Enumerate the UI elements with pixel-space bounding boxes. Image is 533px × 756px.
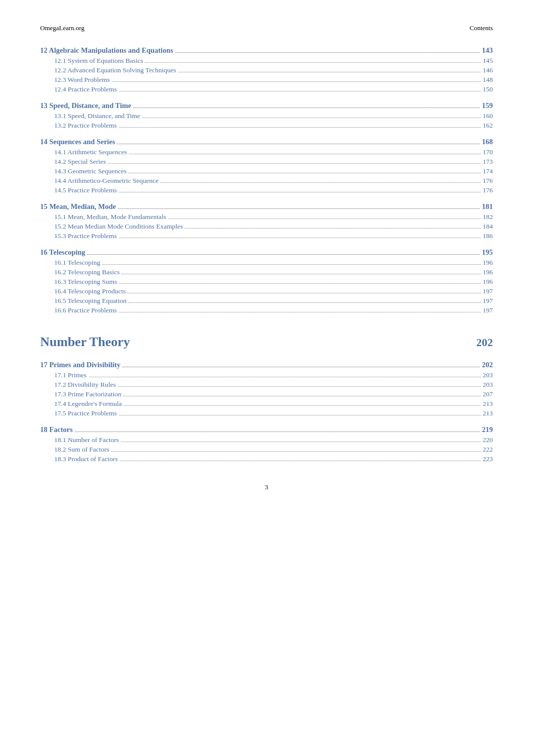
dots xyxy=(102,264,481,265)
dots xyxy=(119,415,481,415)
toc-chapters-section: 12 Algebraic Manipulations and Equations… xyxy=(40,46,493,314)
chapter-page-ch17: 202 xyxy=(482,361,493,369)
section-title: 17.2 Divisibility Rules xyxy=(54,381,116,389)
dots xyxy=(117,144,480,144)
dots xyxy=(178,72,481,72)
section-row-ch12-0[interactable]: 12.1 System of Equations Basics145 xyxy=(40,57,493,65)
dots xyxy=(89,377,481,377)
section-title: 17.1 Primes xyxy=(54,371,87,379)
dots xyxy=(112,81,481,82)
section-row-ch17-3[interactable]: 17.4 Legendre's Formula213 xyxy=(40,400,493,408)
dots xyxy=(119,127,481,128)
section-title: 14.2 Special Series xyxy=(54,158,106,166)
section-row-ch18-0[interactable]: 18.1 Number of Factors220 xyxy=(40,436,493,444)
section-page: 170 xyxy=(483,148,493,156)
section-page: 145 xyxy=(483,57,493,65)
section-row-ch14-4[interactable]: 14.5 Practice Problems176 xyxy=(40,186,493,194)
section-row-ch16-3[interactable]: 16.4 Telescoping Products197 xyxy=(40,287,493,295)
section-title: 16.1 Telescoping xyxy=(54,259,100,267)
section-row-ch13-1[interactable]: 13.2 Practice Problems162 xyxy=(40,122,493,130)
section-title: 17.3 Prime Factorization xyxy=(54,390,121,398)
section-title: 14.4 Arithmetico-Geometric Sequence xyxy=(54,177,159,185)
section-row-ch14-2[interactable]: 14.3 Geometric Sequences174 xyxy=(40,167,493,175)
chapter-row-ch12[interactable]: 12 Algebraic Manipulations and Equations… xyxy=(40,46,493,55)
section-row-ch16-1[interactable]: 16.2 Telescoping Basics196 xyxy=(40,268,493,276)
section-row-ch16-0[interactable]: 16.1 Telescoping196 xyxy=(40,259,493,267)
dots xyxy=(118,208,480,209)
section-page: 176 xyxy=(483,177,493,185)
section-row-ch17-4[interactable]: 17.5 Practice Problems213 xyxy=(40,409,493,417)
section-row-ch16-5[interactable]: 16.6 Practice Problems197 xyxy=(40,306,493,314)
chapter-row-ch13[interactable]: 13 Speed, Distance, and Time159 xyxy=(40,101,493,110)
section-row-ch12-2[interactable]: 12.3 Word Problems148 xyxy=(40,76,493,84)
chapter-title-ch15: 15 Mean, Median, Mode xyxy=(40,202,116,211)
chapter-row-ch16[interactable]: 16 Telescoping195 xyxy=(40,248,493,257)
dots xyxy=(124,405,481,406)
section-row-ch18-1[interactable]: 18.2 Sum of Factors222 xyxy=(40,446,493,454)
dots xyxy=(134,107,480,108)
section-page: 186 xyxy=(483,232,493,240)
dots xyxy=(120,461,481,461)
section-title: 14.3 Geometric Sequences xyxy=(54,167,126,175)
section-page: 207 xyxy=(483,390,493,398)
section-row-ch12-1[interactable]: 12.2 Advanced Equation Solving Technique… xyxy=(40,66,493,74)
dots xyxy=(129,154,481,154)
dots xyxy=(119,312,481,312)
dots xyxy=(123,396,481,396)
section-page: 197 xyxy=(483,306,493,314)
section-row-ch12-3[interactable]: 12.4 Practice Problems150 xyxy=(40,85,493,93)
part-page: 202 xyxy=(476,336,493,349)
section-page: 196 xyxy=(483,268,493,276)
section-title: 16.6 Practice Problems xyxy=(54,306,117,314)
section-page: 146 xyxy=(483,66,493,74)
section-row-ch16-4[interactable]: 16.5 Telescoping Equation197 xyxy=(40,297,493,305)
chapter-title-ch18: 18 Factors xyxy=(40,425,73,434)
section-row-ch13-0[interactable]: 13.1 Speed, Distance, and Time160 xyxy=(40,112,493,120)
chapter-title-ch17: 17 Primes and Divisibility xyxy=(40,361,120,369)
section-page: 196 xyxy=(483,278,493,286)
dots xyxy=(122,367,480,367)
section-title: 15.1 Mean, Median, Mode Fundamentals xyxy=(54,213,166,221)
section-page: 196 xyxy=(483,259,493,267)
section-row-ch15-2[interactable]: 15.3 Practice Problems186 xyxy=(40,232,493,240)
chapter-row-ch17[interactable]: 17 Primes and Divisibility202 xyxy=(40,361,493,369)
section-title: 12.2 Advanced Equation Solving Technique… xyxy=(54,66,176,74)
dots xyxy=(87,254,480,255)
dots xyxy=(127,293,480,293)
chapter-row-ch14[interactable]: 14 Sequences and Series168 xyxy=(40,138,493,146)
section-page: 203 xyxy=(483,381,493,389)
section-title: 16.3 Telescoping Sums xyxy=(54,278,117,286)
section-row-ch17-1[interactable]: 17.2 Divisibility Rules203 xyxy=(40,381,493,389)
section-row-ch14-1[interactable]: 14.2 Special Series173 xyxy=(40,158,493,166)
section-title: 17.4 Legendre's Formula xyxy=(54,400,122,408)
section-row-ch16-2[interactable]: 16.3 Telescoping Sums196 xyxy=(40,278,493,286)
page-number: 3 xyxy=(40,483,493,491)
section-title: 16.4 Telescoping Products xyxy=(54,287,125,295)
chapter-row-ch15[interactable]: 15 Mean, Median, Mode181 xyxy=(40,202,493,211)
section-page: 222 xyxy=(483,446,493,454)
section-row-ch17-2[interactable]: 17.3 Prime Factorization207 xyxy=(40,390,493,398)
dots xyxy=(121,442,481,442)
section-title: 15.3 Practice Problems xyxy=(54,232,117,240)
section-row-ch14-0[interactable]: 14.1 Arithmetic Sequences170 xyxy=(40,148,493,156)
chapter-page-ch16: 195 xyxy=(482,248,493,257)
section-row-ch15-1[interactable]: 15.2 Mean Median Mode Conditions Example… xyxy=(40,223,493,231)
section-page: 182 xyxy=(483,213,493,221)
dots xyxy=(108,163,481,164)
chapter-row-ch18[interactable]: 18 Factors219 xyxy=(40,425,493,434)
section-title: 15.2 Mean Median Mode Conditions Example… xyxy=(54,223,183,231)
section-title: 17.5 Practice Problems xyxy=(54,409,117,417)
section-title: 18.3 Product of Factors xyxy=(54,455,118,463)
section-title: 12.1 System of Equations Basics xyxy=(54,57,143,65)
section-row-ch14-3[interactable]: 14.4 Arithmetico-Geometric Sequence176 xyxy=(40,177,493,185)
section-row-ch15-0[interactable]: 15.1 Mean, Median, Mode Fundamentals182 xyxy=(40,213,493,221)
dots xyxy=(119,238,481,238)
section-page: 213 xyxy=(483,409,493,417)
section-page: 162 xyxy=(483,122,493,130)
parts-container: Number Theory20217 Primes and Divisibili… xyxy=(40,335,493,463)
section-row-ch17-0[interactable]: 17.1 Primes203 xyxy=(40,371,493,379)
section-page: 148 xyxy=(483,76,493,84)
section-row-ch18-2[interactable]: 18.3 Product of Factors223 xyxy=(40,455,493,463)
section-page: 160 xyxy=(483,112,493,120)
header-left: OmegaLearn.org xyxy=(40,24,84,32)
